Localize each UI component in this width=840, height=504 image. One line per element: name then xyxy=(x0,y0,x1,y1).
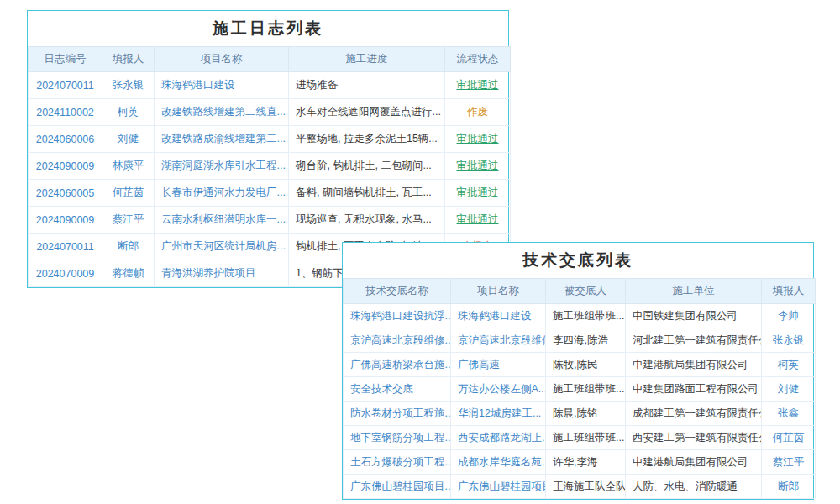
column-header: 技术交底名称 xyxy=(344,279,451,304)
disclosure-name-cell[interactable]: 土石方爆破分项工程... xyxy=(344,450,451,475)
reporter-cell[interactable]: 柯英 xyxy=(102,99,155,126)
reporter-cell[interactable]: 断郎 xyxy=(762,475,816,499)
reporter-cell[interactable]: 张鑫 xyxy=(762,402,816,426)
log-id-cell[interactable]: 2024060006 xyxy=(29,126,102,153)
project-name-cell[interactable]: 云南水利枢纽潜明水库一... xyxy=(155,207,289,234)
construction-unit-cell: 成都建工第一建筑有限责任公司 xyxy=(626,402,762,426)
tech-disclosure-panel: 技术交底列表 技术交底名称项目名称被交底人施工单位填报人 珠海鹤港口建设抗浮..… xyxy=(342,242,814,500)
reporter-cell[interactable]: 张永银 xyxy=(762,328,816,353)
log-id-cell[interactable]: 2024090009 xyxy=(29,207,102,234)
table-row: 2024090009林康平湖南洞庭湖水库引水工程...砌台阶, 钩机排土, 二包… xyxy=(29,153,511,180)
disclosure-table-header-row: 技术交底名称项目名称被交底人施工单位填报人 xyxy=(344,279,816,304)
project-name-cell[interactable]: 改建铁路线增建第二线直... xyxy=(155,99,289,126)
tech-disclosure-table: 技术交底名称项目名称被交底人施工单位填报人 珠海鹤港口建设抗浮...珠海鹤港口建… xyxy=(343,278,816,499)
status-cell[interactable]: 审批通过 xyxy=(445,180,511,207)
column-header: 填报人 xyxy=(102,47,155,72)
column-header: 被交底人 xyxy=(546,279,626,304)
disclosed-person-cell: 许华,李海 xyxy=(546,450,626,475)
construction-unit-cell: 中建港航局集团有限公司 xyxy=(626,353,762,377)
project-name-cell[interactable]: 广东佛山碧桂园项目 xyxy=(451,475,546,499)
reporter-cell[interactable]: 李帅 xyxy=(762,304,816,328)
project-name-cell[interactable]: 珠海鹤港口建设 xyxy=(451,304,546,328)
reporter-cell[interactable]: 何芷茵 xyxy=(102,180,155,207)
construction-unit-cell: 中建集团路面工程有限公司 xyxy=(626,377,762,402)
disclosed-person-cell: 施工班组带班... xyxy=(546,426,626,450)
reporter-cell[interactable]: 林康平 xyxy=(102,153,155,180)
disclosed-person-cell: 施工班组带班... xyxy=(546,304,626,328)
construction-unit-cell: 人防、水电、消防暖通 xyxy=(626,475,762,499)
disclosure-name-cell[interactable]: 广东佛山碧桂园项目... xyxy=(344,475,451,499)
reporter-cell[interactable]: 蔡江平 xyxy=(102,207,155,234)
disclosure-name-cell[interactable]: 防水卷材分项工程施... xyxy=(344,402,451,426)
progress-cell: 现场巡查, 无积水现象, 水马... xyxy=(289,207,445,234)
progress-cell: 水车对全线遮阳网覆盖点进行... xyxy=(289,99,445,126)
log-id-cell[interactable]: 2024070009 xyxy=(29,260,102,287)
disclosed-person-cell: 陈晨,陈铭 xyxy=(546,402,626,426)
reporter-cell[interactable]: 刘健 xyxy=(762,377,816,402)
column-header: 项目名称 xyxy=(155,47,289,72)
table-row: 土石方爆破分项工程...成都水岸华庭名苑...许华,李海中建港航局集团有限公司蔡… xyxy=(344,450,816,475)
construction-unit-cell: 中建港航局集团有限公司 xyxy=(626,450,762,475)
table-row: 2024060005何芷茵长春市伊通河水力发电厂...备料, 砌间墙钩机排土, … xyxy=(29,180,511,207)
progress-cell: 砌台阶, 钩机排土, 二包砌间... xyxy=(289,153,445,180)
project-name-cell[interactable]: 长春市伊通河水力发电厂... xyxy=(155,180,289,207)
status-cell[interactable]: 审批通过 xyxy=(445,126,511,153)
table-row: 地下室钢筋分项工程...西安成都路龙湖上...施工班组带班...西安建工第一建筑… xyxy=(344,426,816,450)
log-id-cell[interactable]: 2024110002 xyxy=(29,99,102,126)
table-row: 广东佛山碧桂园项目...广东佛山碧桂园项目王海施工队全队人防、水电、消防暖通断郎 xyxy=(344,475,816,499)
reporter-cell[interactable]: 蔡江平 xyxy=(762,450,816,475)
status-cell[interactable]: 审批通过 xyxy=(445,153,511,180)
reporter-cell[interactable]: 柯英 xyxy=(762,353,816,377)
disclosure-name-cell[interactable]: 京沪高速北京段维修... xyxy=(344,328,451,353)
project-name-cell[interactable]: 京沪高速北京段维修 xyxy=(451,328,546,353)
disclosure-name-cell[interactable]: 广佛高速桥梁承台施... xyxy=(344,353,451,377)
disclosure-name-cell[interactable]: 地下室钢筋分项工程... xyxy=(344,426,451,450)
reporter-cell[interactable]: 蒋德帧 xyxy=(102,260,155,287)
construction-unit-cell: 中国铁建集团有限公司 xyxy=(626,304,762,328)
reporter-cell[interactable]: 何芷茵 xyxy=(762,426,816,450)
column-header: 项目名称 xyxy=(451,279,546,304)
table-row: 防水卷材分项工程施...华润12城房建工...陈晨,陈铭成都建工第一建筑有限责任… xyxy=(344,402,816,426)
project-name-cell[interactable]: 珠海鹤港口建设 xyxy=(155,72,289,99)
disclosure-table-body: 珠海鹤港口建设抗浮...珠海鹤港口建设施工班组带班...中国铁建集团有限公司李帅… xyxy=(344,304,816,499)
status-cell[interactable]: 审批通过 xyxy=(445,72,511,99)
column-header: 流程状态 xyxy=(445,47,511,72)
project-name-cell[interactable]: 西安成都路龙湖上... xyxy=(451,426,546,450)
log-table-header-row: 日志编号填报人项目名称施工进度流程状态 xyxy=(29,47,511,72)
project-name-cell[interactable]: 华润12城房建工... xyxy=(451,402,546,426)
project-name-cell[interactable]: 万达办公楼左侧A... xyxy=(451,377,546,402)
table-row: 2024090009蔡江平云南水利枢纽潜明水库一...现场巡查, 无积水现象, … xyxy=(29,207,511,234)
project-name-cell[interactable]: 青海洪湖养护院项目 xyxy=(155,260,289,287)
project-name-cell[interactable]: 湖南洞庭湖水库引水工程... xyxy=(155,153,289,180)
disclosed-person-cell: 李四海,陈浩 xyxy=(546,328,626,353)
disclosure-name-cell[interactable]: 安全技术交底 xyxy=(344,377,451,402)
disclosed-person-cell: 王海施工队全队 xyxy=(546,475,626,499)
reporter-cell[interactable]: 刘健 xyxy=(102,126,155,153)
project-name-cell[interactable]: 成都水岸华庭名苑... xyxy=(451,450,546,475)
table-row: 安全技术交底万达办公楼左侧A...施工班组带班...中建集团路面工程有限公司刘健 xyxy=(344,377,816,402)
project-name-cell[interactable]: 广佛高速 xyxy=(451,353,546,377)
table-row: 广佛高速桥梁承台施...广佛高速陈牧,陈民中建港航局集团有限公司柯英 xyxy=(344,353,816,377)
column-header: 施工单位 xyxy=(626,279,762,304)
status-cell[interactable]: 作废 xyxy=(445,99,511,126)
disclosure-name-cell[interactable]: 珠海鹤港口建设抗浮... xyxy=(344,304,451,328)
log-panel-title: 施工日志列表 xyxy=(28,11,508,46)
progress-cell: 进场准备 xyxy=(289,72,445,99)
progress-cell: 备料, 砌间墙钩机排土, 瓦工... xyxy=(289,180,445,207)
table-row: 2024110002柯英改建铁路线增建第二线直...水车对全线遮阳网覆盖点进行.… xyxy=(29,99,511,126)
status-cell[interactable]: 审批通过 xyxy=(445,207,511,234)
reporter-cell[interactable]: 断郎 xyxy=(102,234,155,260)
table-row: 2024060006刘健改建铁路成渝线增建第二...平整场地, 拉走多余泥土15… xyxy=(29,126,511,153)
project-name-cell[interactable]: 改建铁路成渝线增建第二... xyxy=(155,126,289,153)
table-row: 京沪高速北京段维修...京沪高速北京段维修李四海,陈浩河北建工第一建筑有限责任公… xyxy=(344,328,816,353)
reporter-cell[interactable]: 张永银 xyxy=(102,72,155,99)
log-id-cell[interactable]: 2024070011 xyxy=(29,234,102,260)
log-id-cell[interactable]: 2024070011 xyxy=(29,72,102,99)
column-header: 施工进度 xyxy=(289,47,445,72)
column-header: 填报人 xyxy=(762,279,816,304)
project-name-cell[interactable]: 广州市天河区统计局机房... xyxy=(155,234,289,260)
log-id-cell[interactable]: 2024060005 xyxy=(29,180,102,207)
disclosed-person-cell: 施工班组带班... xyxy=(546,377,626,402)
log-id-cell[interactable]: 2024090009 xyxy=(29,153,102,180)
construction-unit-cell: 河北建工第一建筑有限责任公司 xyxy=(626,328,762,353)
